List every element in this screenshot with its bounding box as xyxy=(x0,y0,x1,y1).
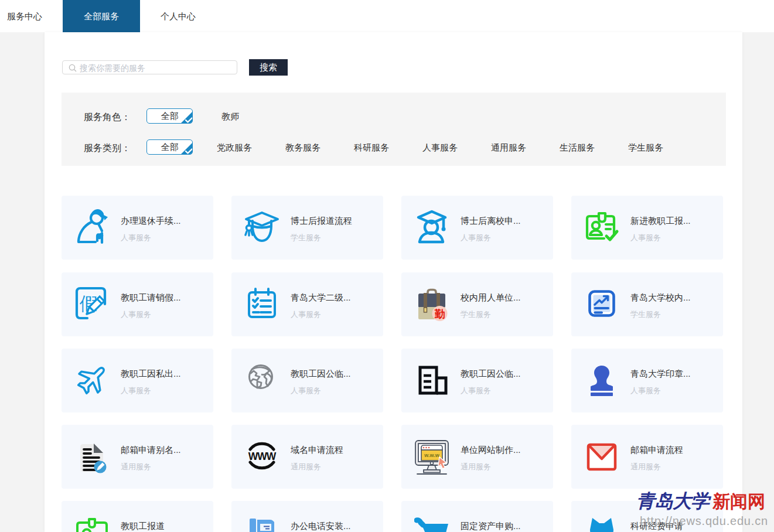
svg-text:勤: 勤 xyxy=(435,308,445,319)
svg-text:WWW: WWW xyxy=(248,450,277,462)
svg-text:w.w.w: w.w.w xyxy=(424,452,439,458)
